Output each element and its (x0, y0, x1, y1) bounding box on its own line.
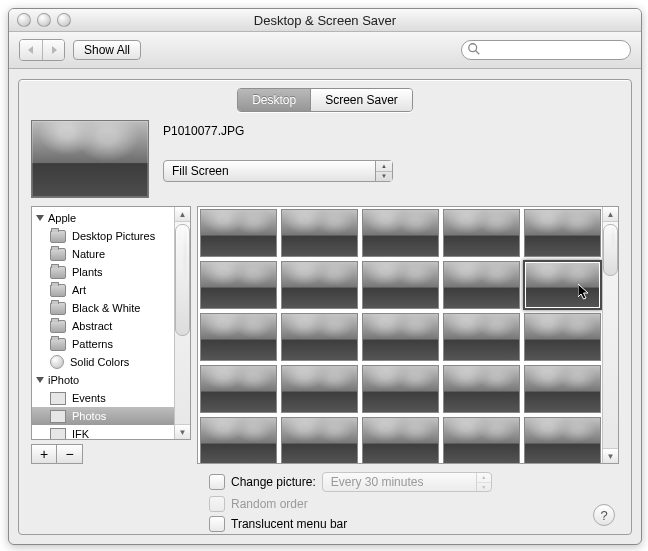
remove-source-button[interactable]: − (57, 444, 83, 464)
random-order-label: Random order (231, 497, 308, 511)
titlebar: Desktop & Screen Saver (9, 9, 641, 32)
translucent-checkbox[interactable] (209, 516, 225, 532)
album-icon (50, 428, 66, 440)
help-button[interactable]: ? (593, 504, 615, 526)
thumbnail-grid[interactable] (200, 209, 601, 463)
photo-thumbnail[interactable] (200, 261, 277, 309)
fit-mode-popup[interactable]: Fill Screen ▲▼ (163, 160, 393, 182)
scroll-down-icon[interactable]: ▼ (175, 424, 190, 439)
source-group-header[interactable]: Apple (32, 209, 175, 227)
source-item[interactable]: Art (32, 281, 175, 299)
back-button[interactable] (20, 40, 42, 60)
photo-thumbnail[interactable] (524, 313, 601, 361)
scroll-down-icon[interactable]: ▼ (603, 448, 618, 463)
random-order-row: Random order (209, 496, 615, 512)
photo-thumbnail[interactable] (281, 261, 358, 309)
photo-thumbnail[interactable] (362, 209, 439, 257)
add-source-button[interactable]: + (31, 444, 57, 464)
split-area: AppleDesktop PicturesNaturePlantsArtBlac… (19, 198, 631, 468)
photo-thumbnail[interactable] (443, 209, 520, 257)
photo-thumbnail[interactable] (281, 209, 358, 257)
photo-thumbnail[interactable] (524, 365, 601, 413)
source-list[interactable]: AppleDesktop PicturesNaturePlantsArtBlac… (31, 206, 191, 440)
source-item-label: Black & White (72, 302, 140, 314)
disclosure-triangle-icon[interactable] (36, 377, 44, 383)
current-filename: P1010077.JPG (163, 124, 619, 138)
source-group-header[interactable]: iPhoto (32, 371, 175, 389)
source-item[interactable]: Abstract (32, 317, 175, 335)
disclosure-triangle-icon[interactable] (36, 215, 44, 221)
source-scrollbar[interactable]: ▲ ▼ (174, 207, 190, 439)
source-item[interactable]: Desktop Pictures (32, 227, 175, 245)
close-icon[interactable] (17, 13, 31, 27)
photo-thumbnail[interactable] (443, 417, 520, 464)
folder-icon (50, 266, 66, 279)
random-order-checkbox[interactable] (209, 496, 225, 512)
scroll-up-icon[interactable]: ▲ (603, 207, 618, 222)
zoom-icon[interactable] (57, 13, 71, 27)
tab-screen-saver[interactable]: Screen Saver (310, 89, 412, 111)
options-area: Change picture: Every 30 minutes ▲▼ Rand… (19, 468, 631, 532)
search-field[interactable] (461, 40, 631, 60)
translucent-row: Translucent menu bar (209, 516, 615, 532)
photo-thumbnail[interactable] (200, 209, 277, 257)
interval-popup[interactable]: Every 30 minutes ▲▼ (322, 472, 492, 492)
source-item[interactable]: Events (32, 389, 175, 407)
photo-thumbnail[interactable] (443, 313, 520, 361)
svg-point-0 (469, 44, 477, 52)
solid-colors-icon (50, 355, 64, 369)
photo-thumbnail[interactable] (362, 313, 439, 361)
source-item-label: Abstract (72, 320, 112, 332)
photo-thumbnail[interactable] (524, 417, 601, 464)
translucent-label: Translucent menu bar (231, 517, 347, 531)
window-title: Desktop & Screen Saver (9, 13, 641, 28)
minimize-icon[interactable] (37, 13, 51, 27)
popup-stepper-icon: ▲▼ (375, 161, 392, 181)
photo-thumbnail[interactable] (200, 313, 277, 361)
photo-thumbnail[interactable] (443, 365, 520, 413)
scroll-thumb[interactable] (603, 224, 618, 276)
photo-thumbnail[interactable] (281, 365, 358, 413)
change-picture-checkbox[interactable] (209, 474, 225, 490)
tab-desktop[interactable]: Desktop (238, 89, 310, 111)
source-item[interactable]: Plants (32, 263, 175, 281)
source-item-label: Nature (72, 248, 105, 260)
tab-segment: Desktop Screen Saver (237, 88, 413, 112)
photo-thumbnail[interactable] (524, 261, 601, 309)
photo-thumbnail[interactable] (362, 261, 439, 309)
folder-icon (50, 230, 66, 243)
content-panel: Desktop Screen Saver P1010077.JPG Fill S… (18, 79, 632, 535)
toolbar: Show All (9, 32, 641, 69)
source-item-label: IFK (72, 428, 89, 439)
photo-thumbnail[interactable] (200, 365, 277, 413)
source-group-label: iPhoto (48, 374, 79, 386)
photo-thumbnail[interactable] (362, 417, 439, 464)
forward-button[interactable] (42, 40, 64, 60)
source-item[interactable]: Patterns (32, 335, 175, 353)
search-icon (467, 42, 481, 56)
source-item[interactable]: Photos (32, 407, 175, 425)
photo-thumbnail[interactable] (362, 365, 439, 413)
photo-thumbnail[interactable] (200, 417, 277, 464)
photo-thumbnail[interactable] (443, 261, 520, 309)
show-all-button[interactable]: Show All (73, 40, 141, 60)
source-list-wrap: AppleDesktop PicturesNaturePlantsArtBlac… (31, 206, 191, 464)
photo-thumbnail[interactable] (524, 209, 601, 257)
popup-stepper-icon: ▲▼ (476, 473, 491, 491)
folder-icon (50, 302, 66, 315)
preview-info: P1010077.JPG Fill Screen ▲▼ (163, 120, 619, 198)
source-item-label: Events (72, 392, 106, 404)
photo-thumbnail[interactable] (281, 313, 358, 361)
source-item-label: Solid Colors (70, 356, 129, 368)
source-item[interactable]: IFK (32, 425, 175, 439)
source-item[interactable]: Black & White (32, 299, 175, 317)
source-item[interactable]: Nature (32, 245, 175, 263)
grid-scrollbar[interactable]: ▲ ▼ (602, 207, 618, 463)
source-item[interactable]: Solid Colors (32, 353, 175, 371)
source-group-label: Apple (48, 212, 76, 224)
photo-thumbnail[interactable] (281, 417, 358, 464)
scroll-up-icon[interactable]: ▲ (175, 207, 190, 222)
search-input[interactable] (461, 40, 631, 60)
scroll-thumb[interactable] (175, 224, 190, 336)
album-icon (50, 392, 66, 405)
